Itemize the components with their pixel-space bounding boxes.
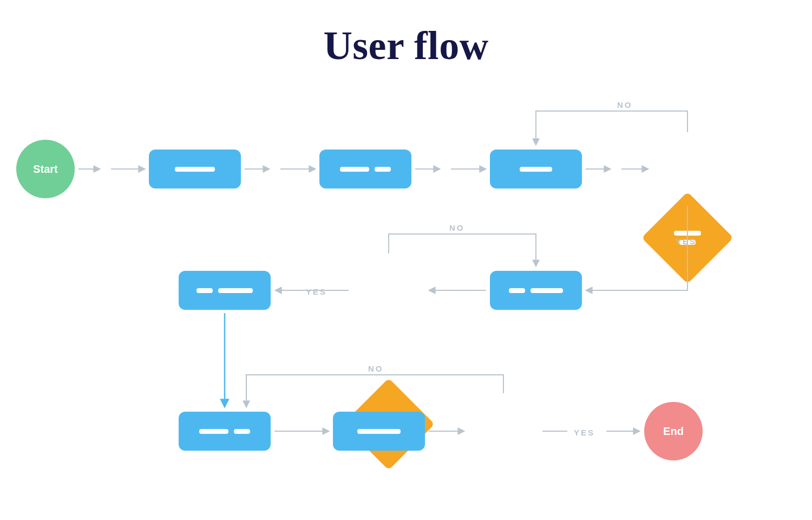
connector-label-yes: YES xyxy=(574,428,595,437)
end-label: End xyxy=(663,425,684,438)
placeholder-bar xyxy=(197,288,213,293)
connector-label-no: NO xyxy=(617,100,633,109)
diagram-title: User flow xyxy=(0,0,812,69)
placeholder-bar xyxy=(199,429,228,434)
end-node: End xyxy=(644,402,703,460)
connector-label-no: NO xyxy=(368,364,384,373)
process-node-4 xyxy=(490,271,582,310)
placeholder-bar xyxy=(234,429,250,434)
process-node-2 xyxy=(319,150,411,188)
placeholder-bar xyxy=(357,429,401,434)
process-node-5 xyxy=(179,271,271,310)
process-node-1 xyxy=(149,150,241,188)
placeholder-bar xyxy=(375,167,391,172)
placeholder-bar xyxy=(175,167,215,172)
placeholder-bar xyxy=(218,288,253,293)
process-node-7 xyxy=(333,412,425,451)
connector-label-no: NO xyxy=(449,223,465,232)
process-node-3 xyxy=(490,150,582,188)
placeholder-bar xyxy=(531,288,563,293)
start-node: Start xyxy=(16,140,75,198)
connector-label-yes: YES xyxy=(306,287,327,296)
placeholder-bar xyxy=(674,231,701,236)
placeholder-bar xyxy=(520,167,552,172)
placeholder-bar xyxy=(340,167,369,172)
placeholder-bar xyxy=(509,288,525,293)
start-label: Start xyxy=(33,163,58,176)
connector-label-yes: YES xyxy=(676,237,697,246)
process-node-6 xyxy=(179,412,271,451)
